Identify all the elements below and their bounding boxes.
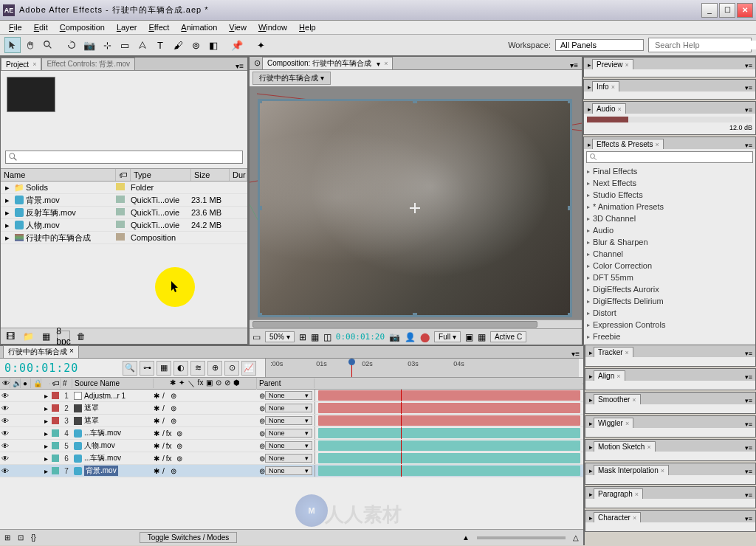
interpret-footage-icon[interactable]: 🎞 xyxy=(4,331,17,342)
pickwhip-icon[interactable]: ⊚ xyxy=(259,455,265,463)
mask-toggle-icon[interactable]: ◫ xyxy=(323,332,331,342)
clone-tool[interactable]: ⊚ xyxy=(188,37,204,53)
preset-category[interactable]: DFT 55mm xyxy=(584,272,755,283)
effects-presets-tab[interactable]: Effects & Presets× xyxy=(592,139,664,149)
close-icon[interactable]: × xyxy=(384,60,388,67)
pen-tool[interactable] xyxy=(134,37,151,53)
col-type[interactable]: Type xyxy=(131,169,191,181)
zoom-tool[interactable] xyxy=(40,37,56,53)
label-swatch[interactable] xyxy=(52,467,59,474)
layer-track[interactable] xyxy=(315,465,583,477)
parent-dropdown[interactable]: None▾ xyxy=(265,404,312,412)
panel-menu-icon[interactable]: ▾≡ xyxy=(232,62,247,70)
bpc-button[interactable]: 8 bpc xyxy=(57,331,70,342)
layer-track[interactable] xyxy=(315,427,583,439)
layer-source-name[interactable]: 遮罩 xyxy=(72,415,154,426)
panel-tab-tracker[interactable]: Tracker× xyxy=(594,347,633,357)
col-solo-icon[interactable]: ● xyxy=(21,379,31,388)
timeline-timecode[interactable]: 0:00:01:20 xyxy=(4,362,78,375)
pickwhip-icon[interactable]: ⊚ xyxy=(259,442,265,450)
panel-menu-icon[interactable]: ▾≡ xyxy=(742,350,755,357)
brush-tool[interactable]: 🖌 xyxy=(170,37,186,53)
panel-menu-icon[interactable]: ▾≡ xyxy=(566,61,582,69)
timeline-layer[interactable]: 👁 ▸ 6 ...车辆.mov ✱ /fx ⊚ ⊚ None▾ xyxy=(0,452,583,465)
safe-zones-icon[interactable]: ▦ xyxy=(311,332,319,342)
panel-menu-icon[interactable]: ▾≡ xyxy=(742,491,755,499)
twirl-icon[interactable]: ▸ xyxy=(41,442,50,450)
preset-category[interactable]: Audio xyxy=(584,224,755,236)
zoom-dropdown[interactable]: 50% ▾ xyxy=(265,331,295,342)
panel-tab-mask-interpolation[interactable]: Mask Interpolation× xyxy=(594,465,669,475)
project-item[interactable]: ▸背景.mov QuickTi...ovie23.1 MB xyxy=(1,194,247,207)
motion-blur-icon[interactable]: ≋ xyxy=(190,361,205,376)
video-toggle[interactable]: 👁 xyxy=(0,404,10,412)
pickwhip-icon[interactable]: ⊚ xyxy=(259,467,265,475)
project-search-input[interactable] xyxy=(21,153,240,162)
current-time-indicator[interactable] xyxy=(351,359,352,377)
label-swatch[interactable] xyxy=(52,429,59,437)
flowchart-dropdown[interactable]: 行驶中的车辆合成 ▾ xyxy=(252,72,331,85)
twirl-icon[interactable]: ▸ xyxy=(41,429,50,438)
preset-category[interactable]: DigiEffects Delirium xyxy=(584,295,755,307)
handle-tc[interactable] xyxy=(413,99,417,103)
preset-category[interactable]: Blur & Sharpen xyxy=(584,236,755,248)
panel-menu-icon[interactable]: ▾≡ xyxy=(568,350,583,358)
layer-track[interactable] xyxy=(315,440,583,452)
panel-menu-icon[interactable]: ▾≡ xyxy=(742,444,755,452)
effects-search[interactable] xyxy=(586,151,753,163)
col-name[interactable]: Name xyxy=(1,169,116,181)
panel-tab-align[interactable]: Align× xyxy=(594,370,625,381)
pan-behind-tool[interactable]: ⊹ xyxy=(99,37,115,53)
col-parent[interactable]: Parent xyxy=(257,379,315,388)
puppet-tool[interactable]: 📌 xyxy=(229,37,245,53)
zoom-slider-out-icon[interactable]: ▲ xyxy=(462,533,470,542)
col-dur[interactable]: Dur xyxy=(230,169,247,181)
project-item[interactable]: ▸📁Solids Folder xyxy=(1,182,247,194)
auto-keyframe-icon[interactable]: ⊙ xyxy=(224,361,239,376)
maximize-button[interactable]: ☐ xyxy=(719,3,735,18)
col-label[interactable]: 🏷 xyxy=(116,169,131,181)
transparency-grid-icon[interactable]: ▦ xyxy=(478,332,486,342)
parent-dropdown[interactable]: None▾ xyxy=(265,429,312,438)
menu-edit[interactable]: Edit xyxy=(28,21,54,33)
timeline-tab[interactable]: 行驶中的车辆合成× xyxy=(3,345,79,358)
comp-mini-flowchart-icon[interactable]: ⊶ xyxy=(140,361,154,376)
col-size[interactable]: Size xyxy=(191,169,230,181)
preset-category[interactable]: Studio Effects xyxy=(584,189,755,201)
col-video-icon[interactable]: 👁 xyxy=(0,379,10,388)
effects-search-input[interactable] xyxy=(600,153,750,162)
tl-search-icon[interactable]: 🔍 xyxy=(123,361,137,376)
selection-tool[interactable] xyxy=(4,37,21,53)
menu-effect[interactable]: Effect xyxy=(142,21,175,33)
timeline-layer[interactable]: 👁 ▸ 3 遮罩 ✱ / ⊚ ⊚ None▾ xyxy=(0,415,583,427)
timeline-layer[interactable]: 👁 ▸ 7 背景.mov ✱ / ⊚ ⊚ None▾ xyxy=(0,465,583,477)
panel-menu-icon[interactable]: ▾≡ xyxy=(742,515,755,522)
parent-dropdown[interactable]: None▾ xyxy=(265,466,312,475)
frame-blend-icon[interactable]: ◐ xyxy=(173,361,188,376)
menu-composition[interactable]: Composition xyxy=(54,21,111,33)
search-help-box[interactable] xyxy=(648,38,752,52)
local-axis-tool[interactable]: ✦ xyxy=(252,37,269,53)
new-comp-icon[interactable]: ▦ xyxy=(39,331,52,342)
current-time[interactable]: 0:00:01:20 xyxy=(336,332,385,342)
panel-tab-motion-sketch[interactable]: Motion Sketch× xyxy=(594,441,656,452)
preset-category[interactable]: Color Correction xyxy=(584,260,755,272)
twirl-icon[interactable]: ▸ xyxy=(41,467,50,475)
menu-window[interactable]: Window xyxy=(252,21,293,33)
panel-tab-preview[interactable]: Preview× xyxy=(592,59,633,69)
trash-icon[interactable]: 🗑 xyxy=(75,331,88,342)
video-toggle[interactable]: 👁 xyxy=(0,467,10,475)
pickwhip-icon[interactable]: ⊚ xyxy=(259,404,265,412)
video-toggle[interactable]: 👁 xyxy=(0,392,10,400)
handle-rc[interactable] xyxy=(568,206,572,210)
magnification-icon[interactable]: ▭ xyxy=(252,332,261,342)
menu-layer[interactable]: Layer xyxy=(111,21,143,33)
menu-help[interactable]: Help xyxy=(293,21,322,33)
preset-category[interactable]: Channel xyxy=(584,248,755,260)
layer-track[interactable] xyxy=(315,390,583,401)
panel-menu-icon[interactable]: ▾≡ xyxy=(742,373,755,381)
close-button[interactable]: ✕ xyxy=(737,3,753,18)
tl-expand-icon[interactable]: ⊞ xyxy=(4,533,10,542)
time-ruler[interactable]: :00s01s02s03s04s xyxy=(265,359,579,377)
minimize-button[interactable]: _ xyxy=(701,3,718,18)
